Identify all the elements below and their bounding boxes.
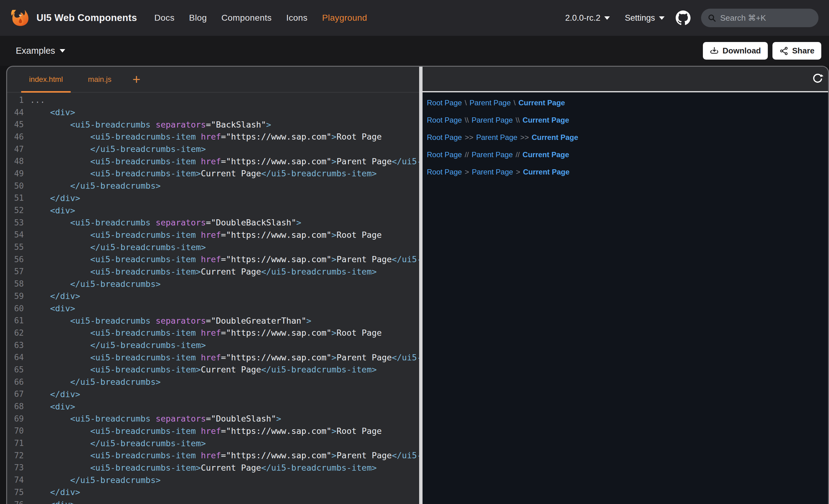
breadcrumb-link[interactable]: Parent Page — [472, 150, 513, 159]
code-line[interactable]: 1... — [7, 94, 419, 106]
brand-title[interactable]: UI5 Web Components — [36, 12, 137, 24]
line-number: 58 — [7, 279, 30, 288]
top-navbar: UI5 Web Components DocsBlogComponentsIco… — [0, 0, 829, 36]
tab-index-html[interactable]: index.html — [21, 67, 71, 92]
code-text: </ui5-breadcrumbs> — [30, 475, 419, 485]
breadcrumb-current-page: Current Page — [523, 116, 569, 124]
code-line[interactable]: 72 <ui5-breadcrumbs-item href="https://w… — [7, 449, 419, 462]
code-text: <ui5-breadcrumbs-item href="https://www.… — [30, 353, 419, 362]
split-divider-handle[interactable] — [419, 67, 423, 504]
code-text: <ui5-breadcrumbs separators="DoubleBackS… — [30, 218, 419, 227]
code-line[interactable]: 44 <div> — [7, 106, 419, 119]
code-text: <ui5-breadcrumbs-item href="https://www.… — [30, 132, 419, 142]
share-icon — [779, 46, 789, 55]
line-number: 73 — [7, 463, 30, 472]
code-line[interactable]: 74 </ui5-breadcrumbs> — [7, 474, 419, 486]
code-line[interactable]: 69 <ui5-breadcrumbs separators="DoubleSl… — [7, 413, 419, 425]
breadcrumb-link[interactable]: Root Page — [427, 116, 462, 124]
breadcrumb-link[interactable]: Parent Page — [476, 133, 517, 142]
code-text: <div> — [30, 500, 419, 504]
code-line[interactable]: 59 </div> — [7, 290, 419, 302]
code-line[interactable]: 68 <div> — [7, 400, 419, 413]
playground-panel: index.html main.js + 1...44 <div>45 <ui5… — [6, 66, 829, 504]
breadcrumb-separator: \ — [465, 99, 467, 107]
code-text: ... — [30, 95, 419, 105]
code-line[interactable]: 64 <ui5-breadcrumbs-item href="https://w… — [7, 351, 419, 363]
editor-tabstrip: index.html main.js + — [7, 67, 419, 93]
code-line[interactable]: 47 </ui5-breadcrumbs-item> — [7, 143, 419, 155]
line-number: 54 — [7, 230, 30, 239]
code-text: <ui5-breadcrumbs separators="DoubleSlash… — [30, 414, 419, 423]
code-line[interactable]: 52 <div> — [7, 204, 419, 217]
code-line[interactable]: 58 </ui5-breadcrumbs> — [7, 278, 419, 290]
share-button[interactable]: Share — [772, 42, 821, 60]
ui5-phoenix-logo[interactable] — [10, 8, 30, 28]
code-text: <ui5-breadcrumbs-item href="https://www.… — [30, 230, 419, 240]
breadcrumb-link[interactable]: Parent Page — [472, 168, 513, 176]
breadcrumb-link[interactable]: Parent Page — [472, 116, 513, 124]
code-text: </div> — [30, 389, 419, 399]
line-number: 70 — [7, 426, 30, 435]
code-line[interactable]: 45 <ui5-breadcrumbs separators="BackSlas… — [7, 118, 419, 131]
code-line[interactable]: 53 <ui5-breadcrumbs separators="DoubleBa… — [7, 217, 419, 229]
code-line[interactable]: 56 <ui5-breadcrumbs-item href="https://w… — [7, 253, 419, 266]
download-button[interactable]: Download — [703, 42, 768, 60]
nav-link-docs[interactable]: Docs — [154, 13, 174, 23]
breadcrumb-row: Root Page>>Parent Page>>Current Page — [427, 129, 828, 146]
version-dropdown[interactable]: 2.0.0-rc.2 — [565, 13, 610, 23]
tab-main-js[interactable]: main.js — [80, 67, 119, 92]
line-number: 55 — [7, 242, 30, 252]
breadcrumb-separator: \\ — [465, 116, 469, 124]
code-line[interactable]: 50 </ui5-breadcrumbs> — [7, 180, 419, 192]
examples-label: Examples — [16, 46, 55, 56]
code-line[interactable]: 70 <ui5-breadcrumbs-item href="https://w… — [7, 425, 419, 437]
breadcrumb-link[interactable]: Root Page — [427, 150, 462, 159]
line-number: 49 — [7, 169, 30, 178]
github-icon[interactable] — [676, 10, 690, 25]
nav-link-blog[interactable]: Blog — [189, 13, 207, 23]
code-line[interactable]: 63 </ui5-breadcrumbs-item> — [7, 339, 419, 351]
add-tab-button[interactable]: + — [132, 67, 140, 92]
breadcrumb-separator: > — [465, 168, 469, 176]
code-line[interactable]: 61 <ui5-breadcrumbs separators="DoubleGr… — [7, 314, 419, 327]
examples-dropdown[interactable]: Examples — [16, 46, 65, 56]
refresh-icon[interactable] — [811, 72, 824, 86]
code-text: <ui5-breadcrumbs-item>Current Page</ui5-… — [30, 365, 419, 374]
code-line[interactable]: 76 <div> — [7, 498, 419, 504]
code-line[interactable]: 75 </div> — [7, 486, 419, 498]
settings-dropdown[interactable]: Settings — [625, 13, 664, 23]
breadcrumb-separator: // — [515, 150, 519, 159]
code-line[interactable]: 54 <ui5-breadcrumbs-item href="https://w… — [7, 229, 419, 241]
code-line[interactable]: 60 <div> — [7, 302, 419, 315]
breadcrumb-link[interactable]: Root Page — [427, 133, 462, 142]
search-input[interactable] — [720, 13, 812, 23]
code-line[interactable]: 73 <ui5-breadcrumbs-item>Current Page</u… — [7, 462, 419, 474]
breadcrumb-current-page: Current Page — [523, 150, 569, 159]
code-line[interactable]: 55 </ui5-breadcrumbs-item> — [7, 241, 419, 253]
line-number: 61 — [7, 316, 30, 325]
code-line[interactable]: 62 <ui5-breadcrumbs-item href="https://w… — [7, 327, 419, 339]
nav-link-icons[interactable]: Icons — [286, 13, 308, 23]
code-line[interactable]: 71 </ui5-breadcrumbs-item> — [7, 437, 419, 449]
nav-link-playground[interactable]: Playground — [322, 13, 367, 23]
code-text: <div> — [30, 304, 419, 313]
code-area[interactable]: 1...44 <div>45 <ui5-breadcrumbs separato… — [7, 93, 419, 504]
code-line[interactable]: 46 <ui5-breadcrumbs-item href="https://w… — [7, 131, 419, 143]
code-text: <ui5-breadcrumbs-item href="https://www.… — [30, 451, 419, 460]
code-line[interactable]: 57 <ui5-breadcrumbs-item>Current Page</u… — [7, 266, 419, 278]
code-line[interactable]: 65 <ui5-breadcrumbs-item>Current Page</u… — [7, 363, 419, 376]
code-line[interactable]: 49 <ui5-breadcrumbs-item>Current Page</u… — [7, 167, 419, 180]
code-line[interactable]: 67 </div> — [7, 388, 419, 400]
nav-link-components[interactable]: Components — [221, 13, 272, 23]
breadcrumb-link[interactable]: Root Page — [427, 99, 462, 107]
code-text: </ui5-breadcrumbs> — [30, 181, 419, 191]
code-line[interactable]: 66 </ui5-breadcrumbs> — [7, 376, 419, 388]
code-line[interactable]: 51 </div> — [7, 192, 419, 204]
breadcrumb-link[interactable]: Root Page — [427, 168, 462, 176]
code-editor-pane: index.html main.js + 1...44 <div>45 <ui5… — [7, 67, 419, 504]
line-number: 66 — [7, 377, 30, 387]
line-number: 57 — [7, 267, 30, 276]
code-line[interactable]: 48 <ui5-breadcrumbs-item href="https://w… — [7, 155, 419, 167]
line-number: 59 — [7, 292, 30, 301]
breadcrumb-link[interactable]: Parent Page — [470, 99, 511, 107]
